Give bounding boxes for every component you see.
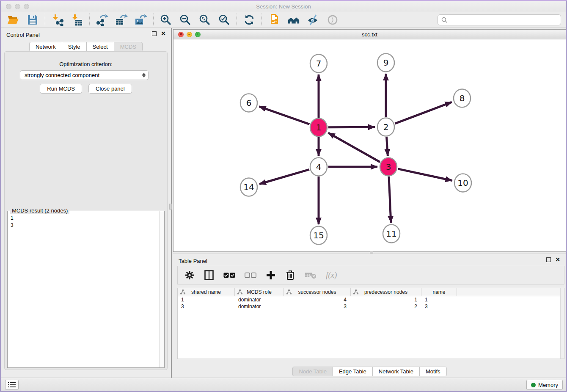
export-image-icon[interactable] (135, 14, 147, 26)
edge-2-8[interactable] (395, 102, 452, 124)
column-header-successor-nodes[interactable]: successor nodes (284, 288, 351, 296)
zoom-fit-icon[interactable] (198, 14, 211, 26)
zoom-selected-icon[interactable] (218, 14, 231, 26)
open-session-icon[interactable] (7, 14, 19, 26)
mcds-result-list[interactable]: 1 3 (11, 215, 158, 367)
column-header-predecessor-nodes[interactable]: predecessor nodes (351, 288, 421, 296)
table-body: 1dominator4113dominator323 (178, 296, 564, 310)
control-panel: Control Panel NetworkStyleSelectMCDS Opt… (1, 28, 172, 378)
graph-node-11[interactable]: 11 (383, 225, 400, 243)
tab-mcds[interactable]: MCDS (114, 42, 143, 52)
cell-shared-name[interactable]: 3 (178, 303, 235, 310)
memory-status-icon (531, 383, 536, 387)
show-all-icon[interactable] (326, 14, 339, 26)
network-canvas[interactable]: 7968124314101511 (173, 39, 566, 251)
tab-network-table[interactable]: Network Table (372, 367, 420, 376)
tab-network[interactable]: Network (29, 42, 62, 52)
cell-MCDS-role[interactable]: dominator (235, 296, 284, 303)
criterion-selected-value: strongly connected component (25, 72, 142, 78)
tab-edge-table[interactable]: Edge Table (333, 367, 373, 376)
edge-3-11[interactable] (389, 177, 391, 223)
edge-4-14[interactable] (259, 169, 309, 184)
zoom-out-icon[interactable] (179, 14, 192, 26)
table-panel-maximize-icon[interactable] (546, 257, 551, 262)
cell-successor-nodes[interactable]: 4 (284, 296, 351, 303)
graph-node-15[interactable]: 15 (310, 226, 327, 245)
settings-gear-icon[interactable] (184, 270, 195, 281)
edge-3-10[interactable] (398, 169, 452, 181)
cell-MCDS-role[interactable]: dominator (235, 303, 284, 310)
memory-button[interactable]: Memory (526, 380, 563, 390)
column-header-shared-name[interactable]: shared name (178, 288, 235, 296)
close-panel-button[interactable]: Close panel (88, 84, 132, 94)
export-network-icon[interactable] (96, 14, 108, 26)
cell-predecessor-nodes[interactable]: 1 (351, 296, 421, 303)
tab-style[interactable]: Style (62, 42, 87, 52)
panel-splitter-handle[interactable] (169, 204, 172, 210)
hide-selected-icon[interactable] (307, 14, 319, 26)
column-header-name[interactable]: name (421, 288, 457, 296)
edge-2-3[interactable] (386, 137, 388, 156)
import-table-icon[interactable] (71, 14, 83, 26)
refresh-network-icon[interactable] (243, 14, 256, 26)
select-all-checkboxes-icon[interactable] (223, 270, 235, 281)
graph-node-1[interactable]: 1 (310, 119, 327, 137)
graph-node-4[interactable]: 4 (310, 158, 327, 176)
graph-node-7[interactable]: 7 (310, 55, 327, 73)
list-icon (8, 382, 16, 388)
criterion-select[interactable]: strongly connected component (20, 70, 149, 80)
graph-node-3[interactable]: 3 (380, 158, 397, 176)
svg-text:8: 8 (460, 93, 465, 103)
mcds-panel: Optimization criterion: strongly connect… (4, 51, 168, 370)
tab-select[interactable]: Select (86, 42, 114, 52)
graph-node-2[interactable]: 2 (377, 118, 394, 136)
delete-table-icon[interactable] (305, 270, 317, 281)
column-header-MCDS-role[interactable]: MCDS role (235, 288, 284, 296)
cell-name[interactable]: 1 (421, 296, 457, 303)
graph-node-10[interactable]: 10 (454, 174, 471, 192)
graph-node-9[interactable]: 9 (377, 54, 394, 72)
cell-predecessor-nodes[interactable]: 2 (351, 303, 421, 310)
first-neighbors-icon[interactable] (287, 14, 300, 26)
svg-text:11: 11 (386, 229, 396, 239)
edge-1-6[interactable] (259, 107, 310, 124)
tab-node-table[interactable]: Node Table (292, 367, 333, 376)
cell-name[interactable]: 3 (421, 303, 457, 310)
cell-successor-nodes[interactable]: 3 (284, 303, 351, 310)
task-history-button[interactable] (5, 380, 19, 390)
table-scrollbar[interactable] (560, 288, 564, 359)
control-panel-close-icon[interactable] (161, 31, 166, 36)
table-panel-close-icon[interactable] (555, 257, 560, 262)
application-window: Session: New Session (0, 0, 567, 392)
svg-text:3: 3 (386, 162, 391, 172)
deselect-all-checkboxes-icon[interactable] (245, 270, 256, 281)
edge-1-2[interactable] (328, 127, 375, 127)
cell-shared-name[interactable]: 1 (178, 296, 235, 303)
select-stepper-icon (142, 73, 146, 77)
table-row[interactable]: 3dominator323 (178, 303, 564, 310)
add-column-icon[interactable] (266, 270, 276, 281)
function-builder-icon[interactable]: f(x) (326, 270, 337, 281)
search-field[interactable] (438, 14, 561, 25)
graph-node-6[interactable]: 6 (240, 94, 257, 112)
tab-motifs[interactable]: Motifs (419, 367, 447, 376)
toggle-columns-icon[interactable] (204, 270, 214, 281)
import-network-icon[interactable] (51, 14, 64, 26)
graph-node-14[interactable]: 14 (240, 178, 257, 196)
result-scrollbar[interactable] (159, 211, 164, 367)
table-header-row: shared nameMCDS rolesuccessor nodesprede… (178, 288, 564, 296)
save-session-icon[interactable] (26, 14, 39, 26)
run-mcds-button[interactable]: Run MCDS (40, 84, 82, 94)
export-table-icon[interactable] (115, 14, 128, 26)
mcds-result-title: MCDS result (2 nodes) (10, 207, 69, 214)
zoom-in-icon[interactable] (160, 14, 172, 26)
graph-node-8[interactable]: 8 (454, 89, 471, 108)
control-panel-maximize-icon[interactable] (152, 31, 157, 36)
search-input[interactable] (450, 17, 557, 23)
edge-3-1[interactable] (328, 133, 380, 162)
network-window-titlebar[interactable]: ✕ − + scc.txt (173, 30, 566, 39)
svg-text:15: 15 (313, 230, 324, 240)
delete-column-icon[interactable] (285, 270, 295, 281)
table-row[interactable]: 1dominator411 (178, 296, 564, 303)
duplicate-network-icon[interactable] (268, 14, 281, 26)
